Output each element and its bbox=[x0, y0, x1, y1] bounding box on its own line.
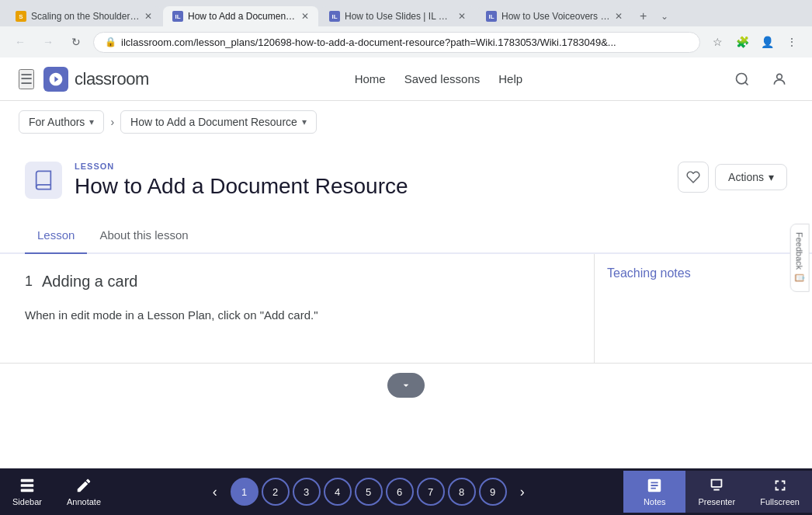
actions-chevron-icon: ▾ bbox=[769, 171, 774, 183]
page-btn-4[interactable]: 4 bbox=[324, 478, 352, 506]
svg-point-2 bbox=[777, 74, 783, 79]
extensions-button[interactable]: 🧩 bbox=[731, 31, 753, 53]
favorite-button[interactable] bbox=[678, 162, 709, 193]
svg-line-1 bbox=[745, 82, 748, 85]
prev-page-button[interactable]: ‹ bbox=[203, 479, 227, 504]
actions-button[interactable]: Actions ▾ bbox=[715, 164, 787, 190]
tab-close-3[interactable]: ✕ bbox=[458, 11, 466, 22]
actions-label: Actions bbox=[728, 171, 764, 183]
notes-toolbar-btn[interactable]: Notes bbox=[623, 471, 685, 513]
tab-about[interactable]: About this lesson bbox=[87, 217, 200, 254]
presenter-toolbar-btn[interactable]: Presenter bbox=[685, 471, 748, 513]
tab-list-button[interactable]: ⌄ bbox=[654, 8, 675, 25]
back-button[interactable]: ← bbox=[9, 31, 31, 53]
tab-title-3: How to Use Slides | IL Classroo... bbox=[345, 11, 453, 22]
breadcrumb-parent-label: For Authors bbox=[29, 116, 85, 128]
feedback-icon: 📋 bbox=[794, 273, 804, 284]
tab-1[interactable]: S Scaling on the Shoulders of Pe... ✕ bbox=[6, 6, 161, 26]
tab-close-1[interactable]: ✕ bbox=[144, 11, 152, 22]
teaching-notes-sidebar: Teaching notes bbox=[595, 254, 812, 363]
tab-favicon-4: IL bbox=[486, 11, 497, 22]
app-nav: Home Saved lessons Help bbox=[355, 72, 522, 85]
tab-favicon-3: IL bbox=[329, 11, 340, 22]
feedback-label: Feedback bbox=[795, 231, 804, 269]
breadcrumb: For Authors ▾ › How to Add a Document Re… bbox=[0, 101, 812, 143]
lock-icon: 🔒 bbox=[105, 37, 116, 47]
url-text: ilclassroom.com/lesson_plans/120698-how-… bbox=[121, 37, 616, 48]
breadcrumb-separator: › bbox=[110, 116, 114, 128]
user-button[interactable] bbox=[765, 65, 793, 93]
tab-bar: S Scaling on the Shoulders of Pe... ✕ IL… bbox=[0, 0, 812, 26]
nav-help[interactable]: Help bbox=[498, 72, 522, 85]
tab-title-4: How to Use Voiceovers | IL Cla... bbox=[501, 11, 610, 22]
tab-title-1: Scaling on the Shoulders of Pe... bbox=[31, 11, 140, 22]
app-header: ☰ classroom Home Saved lessons Help bbox=[0, 57, 812, 101]
logo-text: classroom bbox=[75, 69, 149, 89]
new-tab-button[interactable]: + bbox=[633, 6, 653, 26]
lesson-tabs: Lesson About this lesson bbox=[0, 217, 812, 254]
page-btn-6[interactable]: 6 bbox=[386, 478, 414, 506]
reload-button[interactable]: ↻ bbox=[65, 31, 87, 53]
forward-button[interactable]: → bbox=[37, 31, 59, 53]
url-bar[interactable]: 🔒 ilclassroom.com/lesson_plans/120698-ho… bbox=[93, 32, 700, 53]
svg-rect-3 bbox=[21, 479, 34, 482]
svg-rect-4 bbox=[21, 484, 34, 487]
logo-icon bbox=[43, 67, 68, 92]
browser-chrome: S Scaling on the Shoulders of Pe... ✕ IL… bbox=[0, 0, 812, 57]
bottom-toolbar: Sidebar Annotate ‹ 1 2 3 4 5 6 7 8 9 › N… bbox=[0, 468, 812, 515]
tab-4[interactable]: IL How to Use Voiceovers | IL Cla... ✕ bbox=[477, 6, 632, 26]
card-content: When in edit mode in a Lesson Plan, clic… bbox=[25, 306, 569, 325]
lesson-title: How to Add a Document Resource bbox=[75, 174, 408, 199]
fullscreen-toolbar-btn[interactable]: Fullscreen bbox=[748, 471, 812, 513]
breadcrumb-parent[interactable]: For Authors ▾ bbox=[19, 110, 104, 134]
bookmark-button[interactable]: ☆ bbox=[706, 31, 728, 53]
book-icon bbox=[25, 162, 62, 199]
next-page-button[interactable]: › bbox=[510, 479, 535, 504]
annotate-toolbar-btn[interactable]: Annotate bbox=[54, 471, 113, 513]
tab-favicon-1: S bbox=[16, 11, 26, 22]
logo[interactable]: classroom bbox=[43, 67, 149, 92]
svg-point-0 bbox=[737, 73, 747, 83]
chevron-down-icon: ▾ bbox=[89, 117, 94, 127]
annotate-label: Annotate bbox=[67, 497, 101, 506]
menu-button[interactable]: ⋮ bbox=[781, 31, 803, 53]
profile-button[interactable]: 👤 bbox=[756, 31, 778, 53]
tab-favicon-2: IL bbox=[172, 11, 183, 22]
fullscreen-label: Fullscreen bbox=[760, 497, 800, 506]
page-btn-7[interactable]: 7 bbox=[417, 478, 445, 506]
tab-lesson[interactable]: Lesson bbox=[25, 217, 87, 254]
notes-label: Notes bbox=[644, 497, 666, 506]
page-btn-8[interactable]: 8 bbox=[448, 478, 476, 506]
breadcrumb-current[interactable]: How to Add a Document Resource ▾ bbox=[120, 110, 317, 134]
nav-home[interactable]: Home bbox=[355, 72, 386, 85]
lesson-header: LESSON How to Add a Document Resource Ac… bbox=[0, 143, 812, 217]
breadcrumb-current-label: How to Add a Document Resource bbox=[130, 116, 297, 128]
card-title-row: 1 Adding a card bbox=[25, 273, 569, 291]
tab-3[interactable]: IL How to Use Slides | IL Classroo... ✕ bbox=[320, 6, 475, 26]
address-bar: ← → ↻ 🔒 ilclassroom.com/lesson_plans/120… bbox=[0, 26, 812, 57]
lesson-main-content: 1 Adding a card When in edit mode in a L… bbox=[0, 254, 595, 363]
page-btn-3[interactable]: 3 bbox=[293, 478, 321, 506]
sidebar-label: Sidebar bbox=[12, 497, 42, 506]
tab-2[interactable]: IL How to Add a Document Reso... ✕ bbox=[163, 6, 318, 26]
page-btn-9[interactable]: 9 bbox=[479, 478, 507, 506]
lesson-label: LESSON bbox=[75, 162, 408, 171]
tab-close-4[interactable]: ✕ bbox=[615, 11, 623, 22]
tab-close-2[interactable]: ✕ bbox=[301, 11, 309, 22]
card-title: Adding a card bbox=[42, 273, 137, 291]
page-btn-1[interactable]: 1 bbox=[231, 478, 259, 506]
feedback-tab[interactable]: Feedback 📋 bbox=[789, 223, 809, 291]
toolbar-right: Notes Presenter Fullscreen bbox=[623, 471, 812, 513]
page-btn-5[interactable]: 5 bbox=[355, 478, 383, 506]
tab-title-2: How to Add a Document Reso... bbox=[188, 11, 297, 22]
nav-saved-lessons[interactable]: Saved lessons bbox=[404, 72, 481, 85]
page-btn-2[interactable]: 2 bbox=[262, 478, 290, 506]
presenter-label: Presenter bbox=[698, 497, 735, 506]
card-number: 1 bbox=[25, 273, 33, 290]
lesson-actions: Actions ▾ bbox=[678, 162, 787, 193]
hamburger-menu[interactable]: ☰ bbox=[19, 69, 34, 89]
search-button[interactable] bbox=[728, 65, 756, 93]
svg-rect-5 bbox=[21, 489, 34, 492]
sidebar-toolbar-btn[interactable]: Sidebar bbox=[0, 471, 54, 513]
scroll-down-indicator[interactable] bbox=[387, 373, 425, 398]
